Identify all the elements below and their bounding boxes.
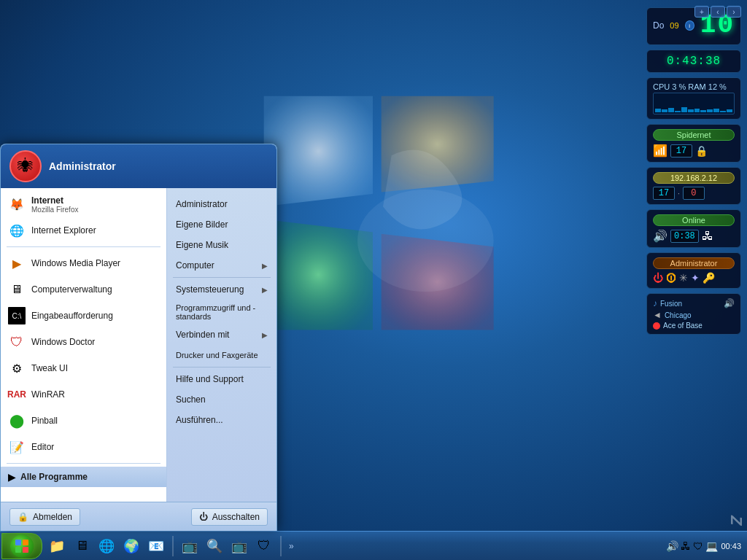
net-stat1: 17 [670,144,692,158]
menu-item-computerverwaltung[interactable]: 🖥 Computerverwaltung [1,276,166,303]
network-widget: Spidernet 📶 17 🔒 [646,124,741,163]
windows-doctor-label: Windows Doctor [31,337,95,347]
start-button[interactable] [1,533,42,559]
right-item-verbinden[interactable]: Verbinden mit ▶ [167,324,276,345]
widget-next-btn[interactable]: › [727,6,741,18]
clock-day: Do [653,20,664,31]
svg-rect-4 [23,547,28,553]
taskbar-icon-shield[interactable]: 🛡 [252,534,276,558]
right-item-programmzugriff[interactable]: Programmzugriff und -standards [167,300,276,324]
widget-prev-btn[interactable]: ‹ [711,6,725,18]
all-programs-item[interactable]: ▶ Alle Programme [1,467,166,487]
taskbar-more-arrow[interactable]: » [286,540,297,553]
editor-icon: 📝 [8,438,26,456]
editor-label: Editor [31,442,54,452]
timer-widget: 0:43:38 [646,50,741,73]
right-item-drucker[interactable]: Drucker und Faxgeräte [167,345,276,365]
media-line2: Chicago [665,311,735,319]
media-speaker-icon: 🔊 [724,298,735,308]
cpu-bar-11 [720,111,726,112]
clock-info-label: i [689,23,690,29]
right-systemsteuerung-label: Systemsteuerung [176,284,244,295]
settings-icon[interactable]: ✳ [679,272,688,284]
media-row1: ♪ Fusion 🔊 [653,298,735,308]
verbinden-arrow-icon: ▶ [262,331,268,339]
tray-network-icon[interactable]: 🖧 [681,540,691,552]
pinball-icon: ⬤ [8,412,26,429]
wmp-icon: ▶ [8,254,26,272]
menu-item-wmp[interactable]: ▶ Windows Media Player [1,250,166,276]
right-item-eigene-musik[interactable]: Eigene Musik [167,235,276,255]
key-icon[interactable]: 🔑 [703,272,715,284]
start-orb [10,534,34,558]
start-menu-body: 🦊 Internet Mozilla Firefox 🌐 Internet Ex… [1,188,276,502]
cpu-bar-4 [675,111,681,112]
taskbar: 📁 🖥 🌐 🌍 📧 📺 🔍 📺 [0,531,747,560]
right-item-eigene-bilder[interactable]: Eigene Bilder [167,214,276,235]
taskbar-icon-network[interactable]: 🌐 [95,534,118,558]
clock-date: 09 [670,21,678,30]
tray-volume-icon[interactable]: 🔊 [666,540,678,552]
tray-system-icon[interactable]: 💻 [705,540,718,552]
right-admin-label: Administrator [176,199,228,209]
online-time: 0:38 [670,230,699,243]
menu-item-tweak-ui[interactable]: ⚙ Tweak UI [1,355,166,381]
right-item-admin[interactable]: Administrator [167,194,276,214]
computer-arrow-icon: ▶ [262,262,268,270]
taskbar-icon-search[interactable]: 🔍 [203,534,226,558]
taskbar-icon-folder[interactable]: 📁 [45,534,69,558]
tray-security-icon[interactable]: 🛡 [693,540,703,552]
ip-widget: 192.168.2.12 17 · 0 [646,167,741,205]
taskbar-icon-ie[interactable]: 🌍 [120,534,143,558]
clock-info-dot[interactable]: i [685,20,694,31]
right-item-suchen[interactable]: Suchen [167,389,276,410]
systemsteuerung-arrow-icon: ▶ [262,286,268,294]
user-avatar: 🕷 [9,150,42,182]
menu-item-pinball[interactable]: ⬤ Pinball [1,408,166,434]
tray-clock[interactable]: 00:43 [721,542,741,551]
asterisk-icon[interactable]: ✦ [691,272,700,284]
right-item-hilfe[interactable]: Hilfe und Support [167,369,276,389]
speaker-icon: 🔊 [653,229,667,243]
right-verbinden-label: Verbinden mit [176,330,229,340]
cpu-widget: CPU 3 % RAM 12 % [646,77,741,120]
abmelden-button[interactable]: 🔒 Abmelden [9,508,80,526]
tweak-ui-icon: ⚙ [8,359,26,377]
cpu-bar-5 [681,107,687,112]
svg-rect-1 [15,540,21,545]
taskbar-icon-screen[interactable]: 📺 [178,534,201,558]
cpu-bar-1 [655,109,661,112]
windows-doctor-icon: 🛡 [8,333,26,351]
right-drucker-label: Drucker und Faxgeräte [176,351,258,359]
menu-item-windows-doctor[interactable]: 🛡 Windows Doctor [1,329,166,355]
media-track-row: Ace of Base [653,322,735,330]
menu-item-winrar[interactable]: RAR WinRAR [1,381,166,408]
widget-add-btn[interactable]: + [694,6,709,18]
media-line1: Fusion [660,300,721,308]
cpu-bar-12 [727,109,732,112]
taskbar-icon-email[interactable]: 📧 [144,534,168,558]
server-icon: 🖧 [702,230,713,243]
menu-item-editor[interactable]: 📝 Editor [1,434,166,460]
right-hilfe-label: Hilfe und Support [176,374,244,384]
power-icon[interactable]: ⏼ [666,272,676,284]
taskbar-icon-computer[interactable]: 🖥 [70,534,93,558]
menu-item-firefox[interactable]: 🦊 Internet Mozilla Firefox [1,191,166,217]
admin-widget: Administrator ⏻ ⏼ ✳ ✦ 🔑 [646,252,741,289]
menu-item-cmd[interactable]: C:\ Eingabeaufforderung [1,303,166,329]
menu-item-ie[interactable]: 🌐 Internet Explorer [1,217,166,244]
media-row2: ◄ Chicago [653,310,735,320]
right-computer-label: Computer [176,260,214,271]
taskbar-icon-media[interactable]: 📺 [228,534,251,558]
right-item-computer[interactable]: Computer ▶ [167,255,276,276]
admin-badge: Administrator [653,257,735,269]
right-item-ausfuehren[interactable]: Ausführen... [167,410,276,430]
firefox-sublabel: Mozilla Firefox [31,206,78,214]
cpu-bar-3 [668,108,674,112]
right-eigene-musik-label: Eigene Musik [176,240,228,250]
start-menu: 🕷 Administrator 🦊 Internet Mozilla Firef… [0,144,277,531]
start-menu-left: 🦊 Internet Mozilla Firefox 🌐 Internet Ex… [1,188,167,502]
power-red-icon[interactable]: ⏻ [653,272,663,284]
right-item-systemsteuerung[interactable]: Systemsteuerung ▶ [167,279,276,300]
ausschalten-button[interactable]: ⏻ Ausschalten [191,508,268,526]
